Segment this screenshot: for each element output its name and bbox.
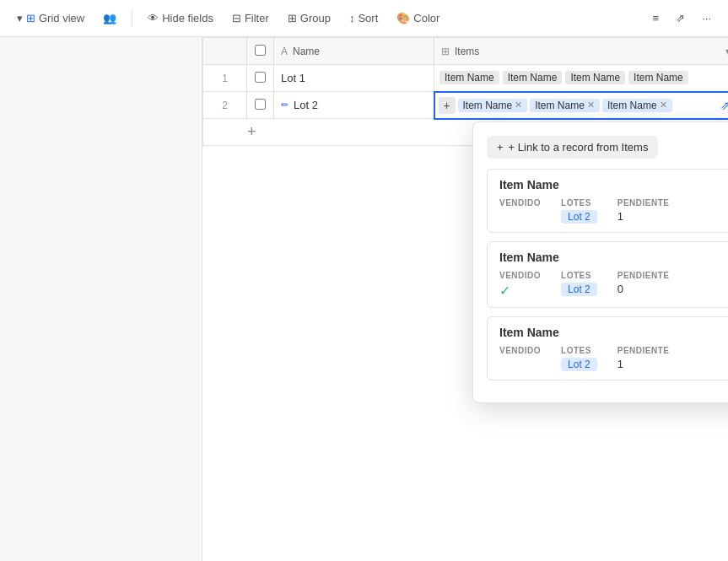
- filter-button[interactable]: ⊟ Filter: [225, 8, 276, 28]
- group-people-button[interactable]: 👥: [96, 8, 123, 28]
- card-3-pendiente-field: PENDIENTE 1: [617, 346, 670, 371]
- card-3-lotes-field: LOTES Lot 2: [561, 346, 597, 371]
- row-2-name-cell: ✏ Lot 2: [274, 92, 434, 119]
- card-1-vendido-field: VENDIDO: [499, 198, 541, 224]
- card-3-fields: VENDIDO LOTES Lot 2 PENDIENTE 1: [499, 346, 728, 371]
- color-label: Color: [413, 12, 439, 24]
- row-2-checkbox[interactable]: [255, 99, 266, 110]
- filter-label: Filter: [245, 12, 269, 24]
- list-item: Item Name: [565, 71, 625, 84]
- group-label: Group: [300, 12, 331, 24]
- color-icon: 🎨: [396, 12, 410, 24]
- card-1-lotes-field: LOTES Lot 2: [561, 198, 597, 224]
- record-card: − Item Name VENDIDO LOTES Lot 2 PENDIENT…: [487, 316, 728, 380]
- hide-fields-label: Hide fields: [162, 12, 213, 24]
- card-1-pendiente-field: PENDIENTE 1: [617, 198, 670, 224]
- expand-cell-button[interactable]: ⇗: [717, 97, 729, 114]
- add-item-button[interactable]: +: [439, 97, 456, 114]
- items-col-icon: ⊞: [441, 46, 450, 57]
- card-3-lotes-label: LOTES: [561, 346, 597, 355]
- more-button[interactable]: ···: [695, 8, 718, 28]
- list-view-button[interactable]: ≡: [646, 8, 666, 28]
- card-1-lotes-value: Lot 2: [561, 210, 597, 224]
- items-col-label: Items: [455, 46, 479, 57]
- card-2-fields: VENDIDO ✓ LOTES Lot 2 PENDIENTE 0: [499, 271, 728, 299]
- table-area: A Name ⊞ Items ▾ ⊙ P: [202, 37, 728, 561]
- main-layout: A Name ⊞ Items ▾ ⊙ P: [0, 37, 728, 561]
- hide-icon: 👁: [148, 12, 159, 24]
- card-3-lotes-value: Lot 2: [561, 358, 597, 371]
- table-row: 1 Lot 1 Item Name Item Name Item Name: [203, 65, 729, 92]
- hide-fields-button[interactable]: 👁 Hide fields: [141, 8, 220, 28]
- row-1-name: Lot 1: [281, 72, 305, 84]
- group-icon: ⊞: [288, 12, 297, 24]
- separator-1: [132, 10, 132, 27]
- sort-button[interactable]: ↕ Sort: [342, 8, 385, 28]
- name-col-label: Name: [293, 46, 320, 57]
- record-card: − Item Name VENDIDO ✓ LOTES Lot 2 PENDIE…: [487, 241, 728, 308]
- link-record-label: + Link to a record from Items: [509, 141, 649, 154]
- row-2-name: Lot 2: [294, 99, 318, 111]
- record-popup: ✕ + + Link to a record from Items − Item…: [472, 121, 728, 403]
- record-card: − Item Name VENDIDO LOTES Lot 2 PENDIENT…: [487, 169, 728, 233]
- share-icon: ⇗: [676, 12, 685, 24]
- sidebar: [0, 37, 202, 561]
- row-1-name-cell: Lot 1: [274, 65, 434, 92]
- name-col-icon: A: [281, 46, 288, 57]
- remove-tag-1-button[interactable]: ✕: [515, 100, 522, 111]
- row-check-2: [247, 92, 274, 119]
- view-dropdown[interactable]: ▾ ⊞ Grid view: [10, 8, 91, 28]
- toolbar-right: ≡ ⇗ ···: [646, 8, 718, 28]
- list-item: Item Name: [439, 71, 499, 84]
- row-num-1: 1: [203, 65, 247, 92]
- card-2-title: Item Name: [499, 251, 728, 264]
- list-item: Item Name ✕: [458, 99, 528, 112]
- link-record-button[interactable]: + + Link to a record from Items: [487, 136, 658, 159]
- card-3-pendiente-value: 1: [617, 358, 670, 370]
- card-2-lotes-label: LOTES: [561, 271, 597, 280]
- group-button[interactable]: ⊞ Group: [281, 8, 337, 28]
- list-item: Item Name: [628, 71, 688, 84]
- row-check-1: [247, 65, 274, 92]
- card-1-lotes-label: LOTES: [561, 198, 597, 208]
- card-2-vendido-value: ✓: [499, 283, 541, 299]
- card-2-vendido-label: VENDIDO: [499, 271, 541, 280]
- card-1-title: Item Name: [499, 178, 728, 191]
- sort-icon: ↕: [349, 12, 355, 24]
- remove-tag-2-button[interactable]: ✕: [587, 100, 595, 111]
- dropdown-arrow-icon: ▾: [17, 12, 23, 24]
- card-3-vendido-label: VENDIDO: [499, 346, 541, 355]
- header-row: A Name ⊞ Items ▾ ⊙ P: [203, 38, 729, 65]
- select-all-checkbox[interactable]: [255, 45, 266, 56]
- card-3-pendiente-label: PENDIENTE: [617, 346, 670, 355]
- card-2-pendiente-field: PENDIENTE 0: [617, 271, 670, 299]
- col-header-rownum: [203, 38, 247, 65]
- share-button[interactable]: ⇗: [669, 8, 692, 28]
- card-2-pendiente-label: PENDIENTE: [617, 271, 670, 280]
- grid-view-icon: ⊞: [26, 12, 35, 24]
- col-header-check: [247, 38, 274, 65]
- card-1-vendido-label: VENDIDO: [499, 198, 541, 208]
- list-item: Item Name ✕: [530, 99, 600, 112]
- card-1-fields: VENDIDO LOTES Lot 2 PENDIENTE 1: [499, 198, 728, 224]
- card-3-vendido-field: VENDIDO: [499, 346, 541, 371]
- card-1-pendiente-value: 1: [617, 210, 670, 223]
- col-header-name: A Name: [274, 38, 434, 65]
- view-label: Grid view: [39, 12, 84, 24]
- link-icon: +: [497, 141, 504, 154]
- card-1-pendiente-label: PENDIENTE: [617, 198, 670, 208]
- group-people-icon: 👥: [103, 12, 116, 24]
- card-2-pendiente-value: 0: [617, 283, 670, 295]
- row-1-checkbox[interactable]: [255, 72, 266, 83]
- table-row: 2 ✏ Lot 2 + Item Nam: [203, 92, 729, 119]
- card-2-lotes-value: Lot 2: [561, 283, 597, 296]
- list-item: Item Name ✕: [602, 99, 672, 112]
- card-2-vendido-field: VENDIDO ✓: [499, 271, 541, 299]
- toolbar: ▾ ⊞ Grid view 👥 👁 Hide fields ⊟ Filter ⊞…: [0, 0, 728, 37]
- list-item: Item Name: [503, 71, 563, 84]
- row-2-items-cell[interactable]: + Item Name ✕ Item Name ✕ Item Name: [434, 92, 729, 119]
- remove-tag-3-button[interactable]: ✕: [660, 100, 667, 111]
- card-2-lotes-field: LOTES Lot 2: [561, 271, 597, 299]
- row-1-items-cell[interactable]: Item Name Item Name Item Name Item Name: [434, 65, 729, 92]
- color-button[interactable]: 🎨 Color: [390, 8, 446, 28]
